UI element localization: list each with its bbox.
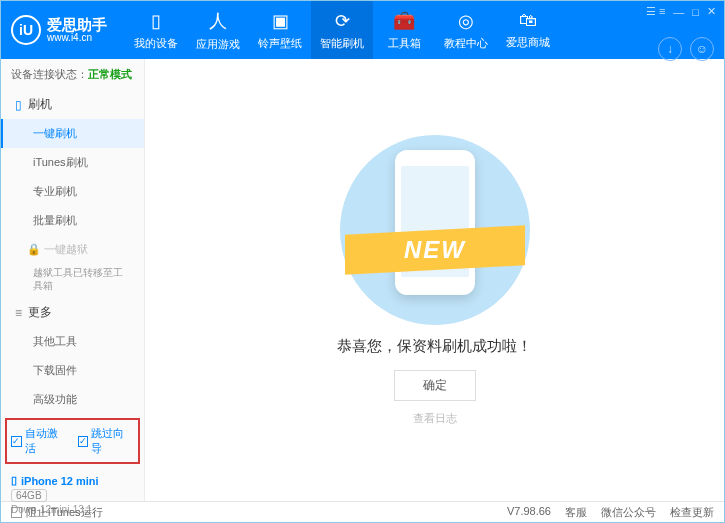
flash-options: ✓自动激活 ✓跳过向导 [5,418,140,464]
sidebar-group-flash[interactable]: ▯刷机 [1,90,144,119]
nav-tutorials[interactable]: ◎教程中心 [435,1,497,59]
sidebar: 设备连接状态：正常模式 ▯刷机 一键刷机 iTunes刷机 专业刷机 批量刷机 … [1,59,145,501]
block-itunes-checkbox[interactable] [11,507,22,518]
logo-icon: iU [11,15,41,45]
check-icon: ✓ [11,436,22,447]
sidebar-item-oneclick-flash[interactable]: 一键刷机 [1,119,144,148]
app-header: iU 爱思助手 www.i4.cn ▯我的设备 人应用游戏 ▣铃声壁纸 ⟳智能刷… [1,1,724,59]
support-link[interactable]: 客服 [565,505,587,520]
download-icon[interactable]: ↓ [658,37,682,61]
nav-flash[interactable]: ⟳智能刷机 [311,1,373,59]
menu-icon[interactable]: ☰ ≡ [646,5,665,18]
main-content: NEW 恭喜您，保资料刷机成功啦！ 确定 查看日志 [145,59,724,501]
jailbreak-hint: 越狱工具已转移至工具箱 [1,264,144,298]
toolbox-icon: 🧰 [393,10,415,32]
phone-small-icon: ▯ [15,98,22,112]
sidebar-item-itunes-flash[interactable]: iTunes刷机 [1,148,144,177]
success-illustration: NEW [335,135,535,325]
sidebar-item-pro-flash[interactable]: 专业刷机 [1,177,144,206]
close-icon[interactable]: ✕ [707,5,716,18]
nav-toolbox[interactable]: 🧰工具箱 [373,1,435,59]
ok-button[interactable]: 确定 [394,370,476,401]
book-icon: ◎ [458,10,474,32]
brand-url: www.i4.cn [47,32,107,44]
user-icon[interactable]: ☺ [690,37,714,61]
list-icon: ≡ [15,306,22,320]
nav-apps[interactable]: 人应用游戏 [187,1,249,59]
nav-my-device[interactable]: ▯我的设备 [125,1,187,59]
sidebar-item-other-tools[interactable]: 其他工具 [1,327,144,356]
block-itunes-label: 阻止iTunes运行 [26,505,103,520]
phone-icon: ▯ [151,10,161,32]
apps-icon: 人 [209,9,227,33]
brand-name: 爱思助手 [47,17,107,32]
device-storage: 64GB [11,489,47,502]
skip-guide-checkbox[interactable]: ✓跳过向导 [78,426,135,456]
new-banner: NEW [404,236,466,264]
logo-text: 爱思助手 www.i4.cn [47,17,107,44]
logo-area: iU 爱思助手 www.i4.cn [11,15,107,45]
sidebar-item-batch-flash[interactable]: 批量刷机 [1,206,144,235]
nav-store[interactable]: 🛍爱思商城 [497,1,559,59]
view-log-link[interactable]: 查看日志 [413,411,457,426]
check-update-link[interactable]: 检查更新 [670,505,714,520]
success-message: 恭喜您，保资料刷机成功啦！ [337,337,532,356]
version-label: V7.98.66 [507,505,551,520]
check-icon: ✓ [78,436,89,447]
connection-status: 设备连接状态：正常模式 [1,59,144,90]
refresh-icon: ⟳ [335,10,350,32]
main-nav: ▯我的设备 人应用游戏 ▣铃声壁纸 ⟳智能刷机 🧰工具箱 ◎教程中心 🛍爱思商城 [125,1,559,59]
lock-icon: 🔒 [27,243,41,255]
maximize-icon[interactable]: □ [692,6,699,18]
phone-small-icon: ▯ [11,474,17,487]
sidebar-item-advanced[interactable]: 高级功能 [1,385,144,414]
nav-ringtones[interactable]: ▣铃声壁纸 [249,1,311,59]
minimize-icon[interactable]: — [673,6,684,18]
cart-icon: 🛍 [519,10,537,31]
sidebar-item-jailbreak: 🔒 一键越狱 [1,235,144,264]
auto-activate-checkbox[interactable]: ✓自动激活 [11,426,68,456]
folder-icon: ▣ [272,10,289,32]
sidebar-group-more[interactable]: ≡更多 [1,298,144,327]
device-name[interactable]: ▯iPhone 12 mini [11,474,134,487]
window-controls: ☰ ≡ — □ ✕ [646,5,716,18]
wechat-link[interactable]: 微信公众号 [601,505,656,520]
sidebar-item-download-firmware[interactable]: 下载固件 [1,356,144,385]
